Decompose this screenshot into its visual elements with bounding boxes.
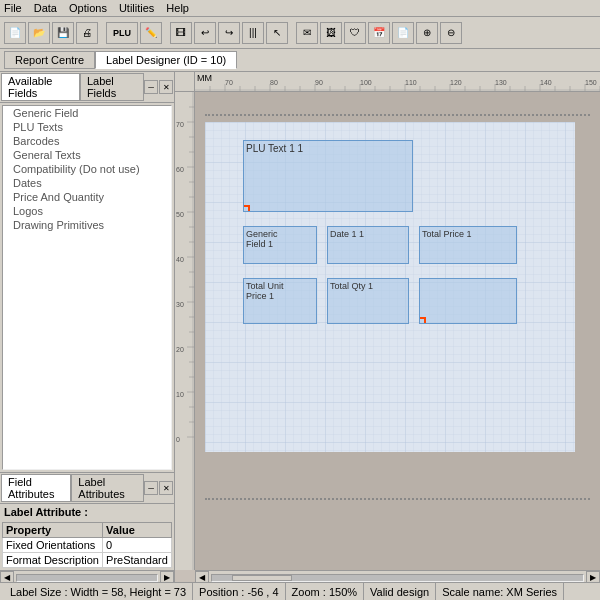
svg-text:100: 100 — [360, 79, 372, 86]
field-price-qty[interactable]: Price And Quantity — [3, 190, 171, 204]
svg-text:70: 70 — [225, 79, 233, 86]
label-field-total-price2[interactable] — [419, 278, 517, 324]
svg-text:0: 0 — [176, 436, 180, 443]
toolbar-pen[interactable]: ✏️ — [140, 22, 162, 44]
tab-label-fields[interactable]: Label Fields — [80, 73, 144, 101]
ruler-horizontal: MM 70 80 90 100 110 120 130 140 150 — [195, 72, 600, 92]
svg-text:60: 60 — [176, 166, 184, 173]
svg-text:10: 10 — [176, 391, 184, 398]
attr-value-orientations[interactable]: 0 — [103, 538, 172, 553]
toolbar-save[interactable]: 💾 — [52, 22, 74, 44]
svg-text:50: 50 — [176, 211, 184, 218]
toolbar-film[interactable]: 🎞 — [170, 22, 192, 44]
toolbar-zoomout[interactable]: ⊖ — [440, 22, 462, 44]
panel-close[interactable]: ✕ — [159, 80, 173, 94]
attr-property-orientations: Fixed Orientations — [3, 538, 103, 553]
attr-panel: Field Attributes Label Attributes ─ ✕ La… — [0, 472, 174, 570]
field-dates[interactable]: Dates — [3, 176, 171, 190]
tabbar: Report Centre Label Designer (ID = 10) — [0, 49, 600, 72]
field-generic[interactable]: Generic Field — [3, 106, 171, 120]
total-unit-price-label: Total UnitPrice 1 — [244, 279, 316, 303]
attr-panel-pin[interactable]: ─ — [144, 481, 158, 495]
status-position: Position : -56 , 4 — [193, 583, 286, 600]
toolbar-plu[interactable]: PLU — [106, 22, 138, 44]
attr-panel-close[interactable]: ✕ — [159, 481, 173, 495]
svg-text:120: 120 — [450, 79, 462, 86]
tab-available-fields[interactable]: Available Fields — [1, 73, 80, 101]
label-field-date[interactable]: Date 1 1 — [327, 226, 409, 264]
label-field-plu-text[interactable]: PLU Text 1 1 — [243, 140, 413, 212]
menu-data[interactable]: Data — [34, 2, 57, 14]
dotted-top-border — [205, 114, 590, 116]
toolbar-cursor[interactable]: ↖ — [266, 22, 288, 44]
tab-field-attr[interactable]: Field Attributes — [1, 474, 71, 502]
status-zoom: Zoom : 150% — [286, 583, 364, 600]
label-field-total-qty[interactable]: Total Qty 1 — [327, 278, 409, 324]
corner-mark-tp2 — [420, 317, 426, 323]
ruler-vertical: 70 60 50 40 30 20 10 0 — [175, 92, 195, 570]
svg-text:90: 90 — [315, 79, 323, 86]
attr-label: Label Attribute : — [0, 504, 174, 520]
plu-text-label: PLU Text 1 1 — [244, 141, 412, 156]
toolbar-redo[interactable]: ↪ — [218, 22, 240, 44]
toolbar-print[interactable]: 🖨 — [76, 22, 98, 44]
attr-col-value: Value — [103, 523, 172, 538]
field-compat[interactable]: Compatibility (Do not use) — [3, 162, 171, 176]
field-barcodes[interactable]: Barcodes — [3, 134, 171, 148]
toolbar-zoomin[interactable]: ⊕ — [416, 22, 438, 44]
menu-help[interactable]: Help — [166, 2, 189, 14]
menu-utilities[interactable]: Utilities — [119, 2, 154, 14]
svg-text:140: 140 — [540, 79, 552, 86]
label-field-generic[interactable]: GenericField 1 — [243, 226, 317, 264]
attr-table: Property Value Fixed Orientations 0 Form… — [2, 522, 172, 568]
dotted-bottom-border — [205, 498, 590, 500]
svg-text:150: 150 — [585, 79, 597, 86]
attr-row-orientations: Fixed Orientations 0 — [3, 538, 172, 553]
toolbar-open[interactable]: 📂 — [28, 22, 50, 44]
corner-mark-plu — [244, 205, 250, 211]
label-field-total-unit-price[interactable]: Total UnitPrice 1 — [243, 278, 317, 324]
svg-text:70: 70 — [176, 121, 184, 128]
toolbar-calendar[interactable]: 📅 — [368, 22, 390, 44]
attr-panel-controls: ─ ✕ — [144, 481, 173, 495]
total-qty-label: Total Qty 1 — [328, 279, 408, 293]
svg-text:20: 20 — [176, 346, 184, 353]
attr-value-format[interactable]: PreStandard — [103, 553, 172, 568]
status-scale: Scale name: XM Series — [436, 583, 564, 600]
statusbar: Label Size : Width = 58, Height = 73 Pos… — [0, 582, 600, 600]
label-grid-area: PLU Text 1 1 GenericField 1 Date 1 1 Tot… — [205, 122, 575, 452]
generic-field-label: GenericField 1 — [244, 227, 316, 251]
field-list: Generic Field PLU Texts Barcodes General… — [2, 105, 172, 470]
hscroll-track[interactable] — [211, 574, 584, 582]
toolbar-page[interactable]: 📄 — [392, 22, 414, 44]
tab-label-designer[interactable]: Label Designer (ID = 10) — [95, 51, 237, 69]
panel-pin[interactable]: ─ — [144, 80, 158, 94]
attr-property-format: Format Description — [3, 553, 103, 568]
left-scroll-track[interactable] — [16, 574, 158, 582]
left-panel: Available Fields Label Fields ─ ✕ Generi… — [0, 72, 175, 584]
label-field-total-price[interactable]: Total Price 1 — [419, 226, 517, 264]
canvas-content: PLU Text 1 1 GenericField 1 Date 1 1 Tot… — [195, 92, 600, 570]
field-plu-texts[interactable]: PLU Texts — [3, 120, 171, 134]
main-layout: Available Fields Label Fields ─ ✕ Generi… — [0, 72, 600, 584]
toolbar-msg[interactable]: ✉ — [296, 22, 318, 44]
total-price-label: Total Price 1 — [420, 227, 516, 241]
date-label: Date 1 1 — [328, 227, 408, 241]
field-general-texts[interactable]: General Texts — [3, 148, 171, 162]
field-logos[interactable]: Logos — [3, 204, 171, 218]
canvas-area: MM 70 80 90 100 110 120 130 140 150 — [175, 72, 600, 584]
toolbar-undo[interactable]: ↩ — [194, 22, 216, 44]
field-drawing[interactable]: Drawing Primitives — [3, 218, 171, 232]
toolbar-img[interactable]: 🖼 — [320, 22, 342, 44]
toolbar-shield[interactable]: 🛡 — [344, 22, 366, 44]
hscroll-thumb[interactable] — [232, 575, 292, 581]
menu-options[interactable]: Options — [69, 2, 107, 14]
toolbar-new[interactable]: 📄 — [4, 22, 26, 44]
menu-file[interactable]: File — [4, 2, 22, 14]
toolbar-barcode[interactable]: ||| — [242, 22, 264, 44]
tab-report-centre[interactable]: Report Centre — [4, 51, 95, 69]
fields-panel-tabs: Available Fields Label Fields — [1, 73, 144, 101]
attr-row-header: Property Value — [3, 523, 172, 538]
tab-label-attr[interactable]: Label Attributes — [71, 474, 144, 502]
status-design: Valid design — [364, 583, 436, 600]
